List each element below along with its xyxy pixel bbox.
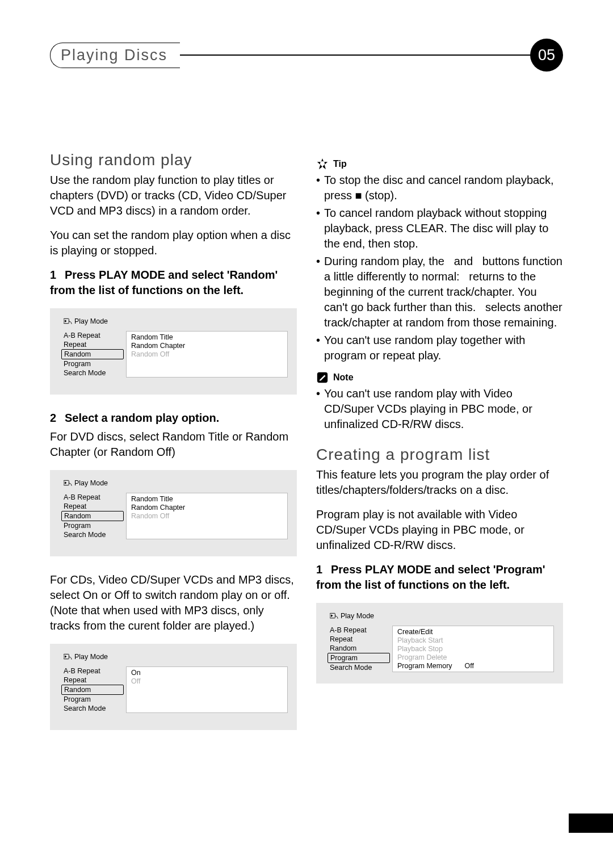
menu-option: Program MemoryOff bbox=[397, 661, 549, 670]
menu-left-list: A-B Repeat Repeat Random Program Search … bbox=[59, 331, 126, 378]
menu-left-list: A-B Repeat Repeat Random Program Search … bbox=[59, 666, 126, 713]
step-2: 2Select a random play option. bbox=[50, 410, 297, 426]
paragraph: Program play is not available with Video… bbox=[316, 507, 563, 553]
menu-right-panel: Create/Edit Playback Start Playback Stop… bbox=[392, 626, 554, 672]
menu-title: Play Mode bbox=[59, 653, 288, 661]
menu-item: Search Mode bbox=[59, 530, 126, 539]
menu-right-panel: Random Title Random Chapter Random Off bbox=[126, 493, 288, 539]
step-text: Press PLAY MODE and select 'Random' from… bbox=[50, 269, 278, 296]
step-text: Press PLAY MODE and select 'Program' fro… bbox=[316, 563, 545, 591]
chapter-title: Playing Discs bbox=[50, 43, 180, 68]
menu-title: Play Mode bbox=[59, 317, 288, 325]
menu-title: Play Mode bbox=[325, 612, 554, 620]
menu-item-selected: Random bbox=[61, 685, 124, 695]
tip-label: Tip bbox=[333, 159, 347, 169]
paragraph: Use the random play function to play tit… bbox=[50, 173, 297, 219]
menu-item: Search Mode bbox=[325, 663, 392, 672]
menu-item: Random bbox=[325, 644, 392, 653]
paragraph: You can set the random play option when … bbox=[50, 228, 297, 258]
menu-left-list: A-B Repeat Repeat Random Program Search … bbox=[59, 493, 126, 539]
svg-marker-3 bbox=[65, 481, 67, 484]
menu-item: Repeat bbox=[325, 635, 392, 644]
menu-option-dim: Random Off bbox=[131, 350, 283, 358]
menu-option-dim: Playback Start bbox=[397, 636, 549, 644]
step-text: Select a random play option. bbox=[65, 412, 219, 424]
menu-item-selected: Random bbox=[61, 511, 124, 521]
play-mode-menu-1: Play Mode A-B Repeat Repeat Random Progr… bbox=[50, 308, 297, 395]
section-heading-random: Using random play bbox=[50, 151, 297, 169]
svg-marker-1 bbox=[65, 320, 67, 322]
note-heading: Note bbox=[316, 371, 563, 384]
play-mode-icon bbox=[64, 653, 72, 660]
menu-option-dim: Random Off bbox=[131, 511, 283, 520]
tip-item: You can't use random play together with … bbox=[324, 333, 563, 363]
play-mode-menu-2: Play Mode A-B Repeat Repeat Random Progr… bbox=[50, 470, 297, 556]
note-label: Note bbox=[333, 372, 354, 383]
menu-item: Program bbox=[59, 359, 126, 368]
play-mode-icon bbox=[64, 318, 72, 325]
menu-option-dim: Off bbox=[131, 677, 283, 685]
header-rule bbox=[180, 54, 531, 56]
page-edge-tab bbox=[569, 814, 613, 833]
note-list: •You can't use random play with Video CD… bbox=[316, 386, 563, 432]
tip-item: To stop the disc and cancel random playb… bbox=[324, 173, 563, 203]
note-item: You can't use random play with Video CD/… bbox=[324, 386, 563, 432]
menu-item: Program bbox=[59, 521, 126, 530]
tip-list: •To stop the disc and cancel random play… bbox=[316, 173, 563, 363]
menu-option-suffix: Off bbox=[465, 662, 474, 670]
menu-item: Program bbox=[59, 695, 126, 704]
menu-option: On bbox=[131, 668, 283, 677]
tip-item: During random play, the and buttons func… bbox=[324, 254, 563, 330]
paragraph: For CDs, Video CD/Super VCDs and MP3 dis… bbox=[50, 572, 297, 634]
menu-item: A-B Repeat bbox=[325, 626, 392, 635]
menu-item: A-B Repeat bbox=[59, 331, 126, 340]
menu-item: Search Mode bbox=[59, 704, 126, 713]
menu-title: Play Mode bbox=[59, 479, 288, 487]
menu-item: A-B Repeat bbox=[59, 493, 126, 502]
paragraph: This feature lets you program the play o… bbox=[316, 467, 563, 498]
menu-left-list: A-B Repeat Repeat Random Program Search … bbox=[325, 626, 392, 672]
page-number-badge: 05 bbox=[530, 39, 563, 72]
menu-right-panel: Random Title Random Chapter Random Off bbox=[126, 331, 288, 378]
tip-heading: Tip bbox=[316, 158, 563, 170]
menu-title-text: Play Mode bbox=[74, 479, 108, 487]
lightbulb-icon bbox=[316, 158, 329, 170]
menu-item: Repeat bbox=[59, 340, 126, 349]
menu-item: Repeat bbox=[59, 502, 126, 511]
svg-marker-11 bbox=[331, 614, 333, 617]
svg-rect-8 bbox=[322, 165, 323, 167]
menu-option: Random Chapter bbox=[131, 503, 283, 511]
play-mode-icon bbox=[64, 480, 72, 487]
step-subtext: For DVD discs, select Random Title or Ra… bbox=[50, 429, 297, 460]
left-column: Using random play Use the random play fu… bbox=[50, 151, 297, 746]
menu-right-panel: On Off bbox=[126, 666, 288, 713]
menu-title-text: Play Mode bbox=[341, 612, 374, 620]
menu-option-dim: Program Delete bbox=[397, 653, 549, 661]
play-mode-icon bbox=[330, 613, 338, 619]
tip-item: To cancel random playback without stoppi… bbox=[324, 206, 563, 251]
play-mode-menu-4: Play Mode A-B Repeat Repeat Random Progr… bbox=[316, 603, 563, 684]
menu-option-dim: Playback Stop bbox=[397, 644, 549, 653]
step-number: 1 bbox=[50, 267, 65, 283]
step-number: 1 bbox=[316, 562, 331, 577]
menu-option: Random Title bbox=[131, 494, 283, 503]
menu-option: Random Chapter bbox=[131, 341, 283, 350]
svg-marker-5 bbox=[65, 655, 67, 658]
menu-item: Search Mode bbox=[59, 368, 126, 378]
menu-option: Create/Edit bbox=[397, 627, 549, 636]
menu-option-label: Program Memory bbox=[397, 662, 452, 670]
menu-item-selected: Random bbox=[61, 349, 124, 359]
menu-option: Random Title bbox=[131, 333, 283, 341]
program-step-1: 1Press PLAY MODE and select 'Program' fr… bbox=[316, 562, 563, 593]
pencil-note-icon bbox=[316, 371, 329, 384]
menu-title-text: Play Mode bbox=[74, 653, 108, 661]
menu-item: A-B Repeat bbox=[59, 666, 126, 676]
chapter-header: Playing Discs 05 bbox=[50, 39, 563, 72]
step-number: 2 bbox=[50, 410, 65, 426]
right-column: Tip •To stop the disc and cancel random … bbox=[316, 151, 563, 746]
section-heading-program: Creating a program list bbox=[316, 446, 563, 464]
menu-item-selected: Program bbox=[328, 653, 390, 663]
menu-title-text: Play Mode bbox=[74, 317, 108, 325]
menu-item: Repeat bbox=[59, 676, 126, 685]
play-mode-menu-3: Play Mode A-B Repeat Repeat Random Progr… bbox=[50, 644, 297, 730]
